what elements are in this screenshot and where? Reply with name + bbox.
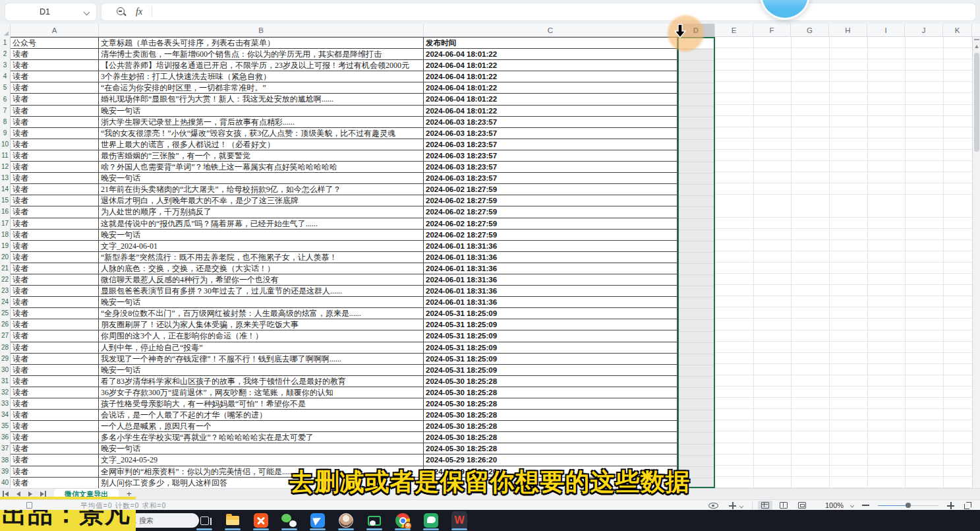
cell-account[interactable]: 读者: [11, 150, 99, 161]
wps-office-icon[interactable]: W: [451, 513, 467, 528]
cell-title[interactable]: “新型养老”突然流行：既不用去养老院，也不拖累子女，让人羡慕！: [99, 252, 424, 263]
cell-title[interactable]: 啥？外国人也需要背“单词”？地铁上这一幕属实有点好笑哈哈哈哈哈: [99, 162, 424, 172]
cell-publish-time[interactable]: 2024-06-03 18:23:57: [424, 162, 677, 172]
cell-account[interactable]: 读者: [11, 82, 99, 93]
row-number[interactable]: 23: [0, 285, 10, 296]
column-header-g[interactable]: G: [791, 24, 829, 37]
cell-account[interactable]: 读者: [11, 274, 99, 285]
cell-title[interactable]: 多名小学生在学校实现“再就业”？哈哈哈哈哈实在是太可爱了: [99, 432, 424, 443]
cell-account[interactable]: 读者: [11, 206, 99, 217]
row-number[interactable]: 22: [0, 274, 10, 285]
cell-title[interactable]: 你周围的这3个人，正在影响你的命运（准！）: [99, 330, 424, 341]
name-box[interactable]: D1: [5, 3, 96, 20]
cell-publish-time[interactable]: 2024-06-01 18:31:36: [424, 286, 677, 296]
cell-publish-time[interactable]: 2024-05-30 18:25:28: [424, 410, 677, 420]
cell-title[interactable]: “在命运为你安排的时区里，一切都非常准时。”: [99, 82, 424, 93]
cell-title[interactable]: 为人处世的顺序，千万别搞反了: [99, 206, 424, 217]
row-number[interactable]: 7: [0, 105, 10, 116]
cell-publish-time[interactable]: 2024-06-04 18:01:22: [424, 49, 677, 59]
eye-icon[interactable]: [708, 503, 718, 509]
file-explorer-icon[interactable]: [225, 513, 241, 528]
row-number[interactable]: 15: [0, 195, 10, 206]
cell-account[interactable]: 读者: [11, 286, 99, 296]
cell-title[interactable]: 晚安一句话: [99, 230, 424, 240]
cell-title[interactable]: 晚安一句话: [99, 173, 424, 183]
cell-publish-time[interactable]: 2024-05-29 18:26:20: [424, 454, 677, 465]
cell-publish-time[interactable]: 2024-05-30 18:25:28: [424, 443, 677, 454]
row-number[interactable]: 37: [0, 443, 10, 454]
cell-publish-time[interactable]: 2024-06-01 18:31:36: [424, 297, 677, 307]
cell-account[interactable]: 读者: [11, 162, 99, 172]
cell-title[interactable]: 朋友圈刷屏了！还以为家人集体受骗，原来关乎吃饭大事: [99, 319, 424, 330]
cell-account[interactable]: 公众号: [11, 38, 99, 48]
row-number[interactable]: 26: [0, 319, 10, 330]
row-number[interactable]: 5: [0, 82, 10, 93]
row-number[interactable]: 17: [0, 218, 10, 229]
cell-publish-time[interactable]: 2024-06-04 18:01:22: [424, 71, 677, 82]
row-number[interactable]: 28: [0, 342, 10, 353]
row-number[interactable]: 9: [0, 127, 10, 139]
row-number[interactable]: 34: [0, 409, 10, 420]
cell-account[interactable]: 读者: [11, 421, 99, 431]
cell-publish-time[interactable]: 发布时间: [424, 38, 677, 48]
cell-account[interactable]: 读者: [11, 410, 99, 420]
green-chat-app-icon[interactable]: [423, 513, 439, 528]
column-header-c[interactable]: C: [424, 24, 677, 37]
cell-account[interactable]: 读者: [11, 49, 99, 59]
wechat-icon[interactable]: [281, 513, 297, 528]
cell-account[interactable]: 读者: [11, 443, 99, 454]
row-number[interactable]: 32: [0, 387, 10, 398]
column-header-f[interactable]: F: [753, 24, 791, 37]
cell-publish-time[interactable]: 2024-06-01 18:31:36: [424, 241, 677, 251]
cell-account[interactable]: 读者: [11, 184, 99, 195]
column-header-i[interactable]: I: [867, 24, 905, 37]
cell-account[interactable]: 读者: [11, 365, 99, 375]
row-number[interactable]: 31: [0, 375, 10, 387]
cell-title[interactable]: 显眼包爸爸表演节目有多拼？30年过去了，过儿童节的还是这群人......: [99, 286, 424, 296]
cell-publish-time[interactable]: 2024-05-31 18:25:09: [424, 308, 677, 319]
fullscreen-icon[interactable]: [964, 502, 971, 509]
cell-publish-time[interactable]: 2024-06-03 18:23:57: [424, 150, 677, 161]
zoom-out-button[interactable]: [862, 505, 869, 506]
zoom-in-button[interactable]: [947, 502, 954, 509]
chevron-down-icon[interactable]: [84, 9, 90, 15]
row-number[interactable]: 36: [0, 431, 10, 443]
cell-account[interactable]: 读者: [11, 106, 99, 116]
cell-title[interactable]: 文字_2024-05-29: [99, 454, 424, 465]
cell-publish-time[interactable]: 2024-06-04 18:01:22: [424, 60, 677, 71]
cell-title[interactable]: 婚礼现场伴郎“显眼包”行为大赏！新人：我这无处安放的尴尬啊......: [99, 94, 424, 104]
cell-account[interactable]: 读者: [11, 60, 99, 71]
selected-column-d-overlay[interactable]: [677, 37, 715, 488]
cell-account[interactable]: 读者: [11, 241, 99, 251]
chrome-icon[interactable]: [395, 513, 411, 528]
column-header-a[interactable]: A: [11, 24, 99, 37]
page-break-view-button[interactable]: [776, 501, 791, 510]
vertical-scrollbar[interactable]: [972, 37, 980, 488]
cell-title[interactable]: 【公共营养师】培训报名通道已开启，不限学历，23岁及以上可报！考过有机会领200…: [99, 60, 424, 71]
row-number[interactable]: 11: [0, 150, 10, 161]
cell-account[interactable]: 读者: [11, 354, 99, 364]
row-number[interactable]: 4: [0, 71, 10, 82]
row-number[interactable]: 38: [0, 454, 10, 465]
cell-publish-time[interactable]: 2024-06-01 18:31:36: [424, 252, 677, 263]
column-header-h[interactable]: H: [829, 24, 867, 37]
cell-title[interactable]: 文字_2024-06-01: [99, 241, 424, 251]
cell-title[interactable]: 最伤害婚姻的“三张脸”，有一个，就要警觉: [99, 150, 424, 161]
cell-account[interactable]: 读者: [11, 432, 99, 443]
page-layout-view-button[interactable]: [795, 501, 809, 510]
cell-title[interactable]: 晚安一句话: [99, 106, 424, 116]
cell-account[interactable]: 读者: [11, 376, 99, 387]
row-number[interactable]: 35: [0, 420, 10, 431]
cell-account[interactable]: 读者: [11, 263, 99, 274]
cell-account[interactable]: 读者: [11, 308, 99, 319]
cell-publish-time[interactable]: 2024-05-30 18:25:28: [424, 387, 677, 398]
clipboard-icon[interactable]: [26, 502, 32, 509]
cell-publish-time[interactable]: 2024-06-03 18:23:57: [424, 128, 677, 139]
row-number[interactable]: 16: [0, 206, 10, 217]
row-number[interactable]: 13: [0, 172, 10, 183]
cell-account[interactable]: 读者: [11, 71, 99, 82]
cell-account[interactable]: 读者: [11, 297, 99, 307]
cell-account[interactable]: 读者: [11, 230, 99, 240]
row-number[interactable]: 2: [0, 48, 10, 59]
cell-title[interactable]: 36岁女子存款300万“提前退休”，网友吵翻：这笔账，颠覆你的认知: [99, 387, 424, 398]
